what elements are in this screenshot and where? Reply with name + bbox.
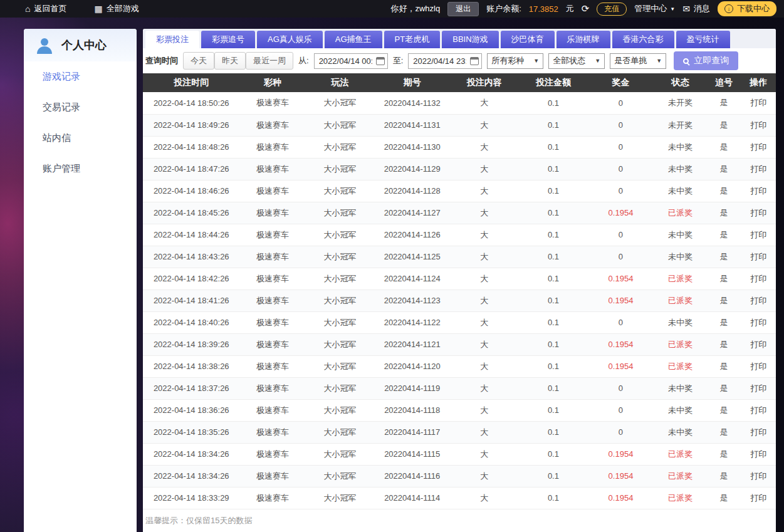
sidebar-item-game-records[interactable]: 游戏记录 — [24, 61, 137, 92]
cell-action[interactable]: 打印 — [741, 180, 776, 202]
cell-action[interactable]: 打印 — [741, 355, 776, 377]
tab-ag-fishing[interactable]: AG捕鱼王 — [325, 31, 382, 48]
cell-amount: 0.1 — [519, 289, 588, 311]
tab-lottery-chase[interactable]: 彩票追号 — [201, 31, 255, 48]
cell-content: 大 — [450, 487, 519, 509]
quick-yesterday-button[interactable]: 昨天 — [214, 52, 246, 70]
cell-action[interactable]: 打印 — [741, 136, 776, 158]
cell-chase: 是 — [707, 180, 741, 202]
table-row: 2022-04-14 18:50:26极速赛车大小冠军20220414-1132… — [143, 92, 776, 114]
cell-action[interactable]: 打印 — [741, 158, 776, 180]
cell-lottery: 极速赛车 — [240, 465, 306, 487]
cell-action[interactable]: 打印 — [741, 465, 776, 487]
search-button[interactable]: 立即查询 — [674, 51, 738, 70]
refresh-icon[interactable]: ⟳ — [582, 3, 590, 14]
tab-leyou-chess[interactable]: 乐游棋牌 — [557, 31, 610, 48]
cell-amount: 0.1 — [519, 202, 588, 224]
cell-lottery: 极速赛车 — [240, 443, 306, 465]
cell-play: 大小冠军 — [306, 333, 375, 355]
tab-saba-sports[interactable]: 沙巴体育 — [501, 31, 555, 48]
cell-action[interactable]: 打印 — [741, 224, 776, 246]
cell-lottery: 极速赛车 — [240, 311, 306, 333]
cell-issue: 20220414-1127 — [375, 202, 450, 224]
cell-play: 大小冠军 — [306, 289, 375, 311]
topbar: ⌂ 返回首页 ▦ 全部游戏 你好，zwhzlq 退出 账户余额: 17.3852… — [0, 0, 784, 18]
cell-action[interactable]: 打印 — [741, 92, 776, 114]
cell-action[interactable]: 打印 — [741, 421, 776, 443]
cell-amount: 0.1 — [519, 421, 588, 443]
to-label: 至: — [393, 55, 404, 66]
col-header-content: 投注内容 — [450, 73, 519, 92]
sidebar-item-transaction-records[interactable]: 交易记录 — [24, 92, 137, 123]
cell-action[interactable]: 打印 — [741, 377, 776, 399]
cell-chase: 是 — [707, 136, 741, 158]
cell-prize: 0.1954 — [588, 333, 654, 355]
cell-action[interactable]: 打印 — [741, 333, 776, 355]
back-home-link[interactable]: ⌂ 返回首页 — [25, 3, 66, 14]
lottery-type-select[interactable]: 所有彩种▼ — [487, 53, 543, 69]
cell-prize: 0 — [588, 224, 654, 246]
cell-action[interactable]: 打印 — [741, 311, 776, 333]
chevron-down-icon: ▼ — [656, 58, 662, 64]
cell-content: 大 — [450, 355, 519, 377]
tab-hk-mark-six[interactable]: 香港六合彩 — [612, 31, 674, 48]
cell-content: 大 — [450, 136, 519, 158]
download-center-button[interactable]: ↓ 下载中心 — [718, 1, 776, 16]
cell-content: 大 — [450, 246, 519, 268]
cell-issue: 20220414-1114 — [375, 487, 450, 509]
admin-center-menu[interactable]: 管理中心 ▼ — [634, 3, 675, 14]
cell-action[interactable]: 打印 — [741, 289, 776, 311]
balance-label: 账户余额: — [486, 3, 521, 14]
tab-profit-stats[interactable]: 盈亏统计 — [676, 31, 730, 48]
status-select[interactable]: 全部状态▼ — [548, 53, 605, 69]
topbar-left: ⌂ 返回首页 ▦ 全部游戏 — [25, 3, 139, 14]
sidebar-item-site-mail[interactable]: 站内信 — [24, 123, 137, 154]
cell-action[interactable]: 打印 — [741, 114, 776, 136]
table-header-row: 投注时间彩种玩法期号投注内容投注金额奖金状态追号操作 — [143, 73, 776, 92]
quick-last-week-button[interactable]: 最近一周 — [246, 52, 293, 70]
table-row: 2022-04-14 18:39:26极速赛车大小冠军20220414-1121… — [143, 333, 776, 355]
table-row: 2022-04-14 18:35:26极速赛车大小冠军20220414-1117… — [143, 421, 776, 443]
all-games-link[interactable]: ▦ 全部游戏 — [94, 3, 139, 14]
table-row: 2022-04-14 18:34:26极速赛车大小冠军20220414-1115… — [143, 443, 776, 465]
cell-time: 2022-04-14 18:41:26 — [143, 289, 240, 311]
cell-prize: 0 — [588, 377, 654, 399]
cell-action[interactable]: 打印 — [741, 443, 776, 465]
cell-content: 大 — [450, 202, 519, 224]
cell-prize: 0.1954 — [588, 289, 654, 311]
cell-issue: 20220414-1124 — [375, 268, 450, 289]
cell-action[interactable]: 打印 — [741, 399, 776, 421]
calendar-from-icon[interactable] — [376, 57, 385, 65]
cell-action[interactable]: 打印 — [741, 487, 776, 509]
table-row: 2022-04-14 18:40:26极速赛车大小冠军20220414-1122… — [143, 311, 776, 333]
search-icon — [683, 58, 689, 64]
cell-lottery: 极速赛车 — [240, 246, 306, 268]
single-pick-select-value: 是否单挑 — [614, 55, 647, 66]
chevron-down-icon: ▼ — [533, 58, 539, 64]
single-pick-select[interactable]: 是否单挑▼ — [610, 53, 666, 69]
cell-status: 未中奖 — [654, 246, 707, 268]
tab-ag-live[interactable]: AG真人娱乐 — [257, 31, 323, 48]
cell-play: 大小冠军 — [306, 268, 375, 289]
lottery-type-select-value: 所有彩种 — [491, 55, 524, 66]
logout-button[interactable]: 退出 — [447, 2, 479, 16]
col-header-action: 操作 — [741, 73, 776, 92]
col-header-prize: 奖金 — [588, 73, 654, 92]
cell-action[interactable]: 打印 — [741, 246, 776, 268]
quick-today-button[interactable]: 今天 — [183, 52, 214, 70]
cell-lottery: 极速赛车 — [240, 202, 306, 224]
cell-action[interactable]: 打印 — [741, 268, 776, 289]
cell-time: 2022-04-14 18:33:29 — [143, 487, 240, 509]
calendar-to-icon[interactable] — [470, 57, 479, 65]
tab-bbin-games[interactable]: BBIN游戏 — [442, 31, 498, 48]
tab-lottery-bet[interactable]: 彩票投注 — [145, 31, 199, 48]
cell-status: 已派奖 — [654, 355, 707, 377]
tab-pt-slots[interactable]: PT老虎机 — [384, 31, 441, 48]
cell-issue: 20220414-1116 — [375, 465, 450, 487]
cell-prize: 0 — [588, 136, 654, 158]
messages-link[interactable]: ✉ 消息 — [682, 3, 710, 14]
cell-action[interactable]: 打印 — [741, 202, 776, 224]
sidebar-item-account-management[interactable]: 账户管理 — [24, 154, 137, 184]
recharge-button[interactable]: 充值 — [597, 3, 627, 16]
cell-issue: 20220414-1120 — [375, 355, 450, 377]
